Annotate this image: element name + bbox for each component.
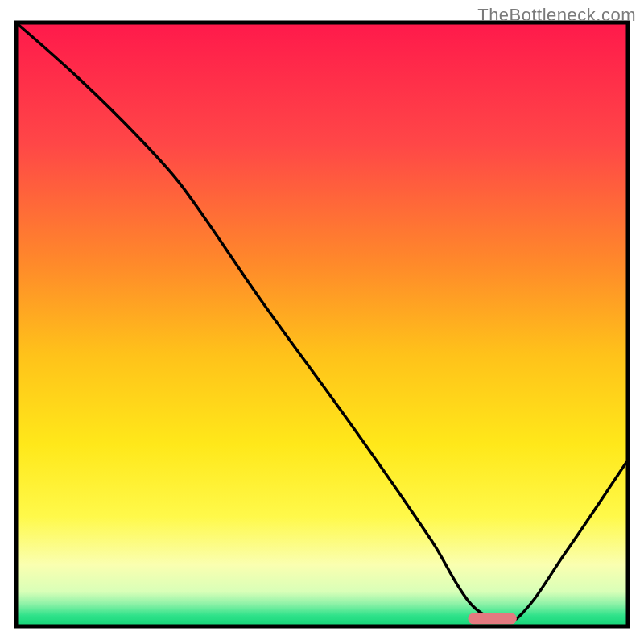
optimal-marker	[468, 613, 516, 625]
gradient-background	[18, 24, 626, 625]
plot-area	[16, 23, 628, 626]
chart-svg	[0, 0, 644, 644]
chart-container: TheBottleneck.com	[0, 0, 644, 644]
watermark-label: TheBottleneck.com	[477, 5, 636, 26]
